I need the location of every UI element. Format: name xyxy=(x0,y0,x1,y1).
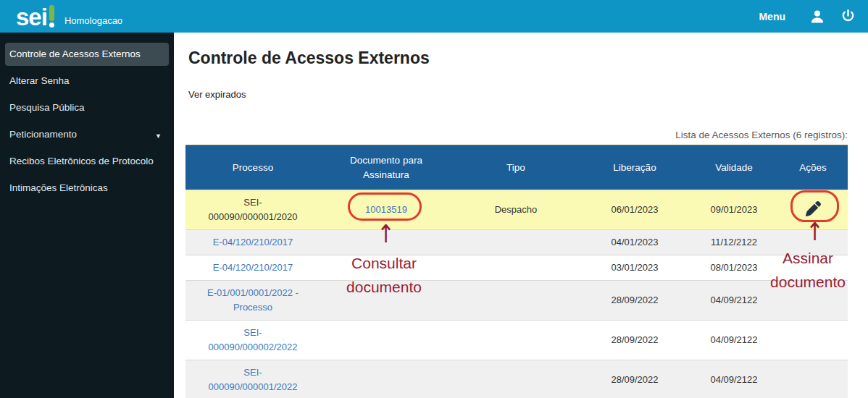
liberacao-cell: 06/01/2023 xyxy=(580,190,690,230)
sidebar-item-5[interactable]: Intimações Eletrônicas xyxy=(5,177,169,200)
acessos-externos-table: ProcessoDocumento para AssinaturaTipoLib… xyxy=(185,145,848,398)
processo-cell: SEI-000090/000001/2020 xyxy=(185,190,320,230)
liberacao-cell: 28/09/2022 xyxy=(580,321,690,360)
tipo-cell xyxy=(452,360,580,398)
column-header-2: Tipo xyxy=(452,145,580,190)
environment-label: Homologacao xyxy=(64,15,122,26)
page-title: Controle de Acessos Externos xyxy=(188,48,868,68)
column-header-1: Documento para Assinatura xyxy=(320,145,452,190)
table-row: E-01/001/0001/2022 - Processo28/09/20220… xyxy=(185,281,848,321)
column-header-4: Validade xyxy=(690,145,778,190)
column-header-3: Liberação xyxy=(580,145,690,190)
processo-cell: E-04/120/210/2017 xyxy=(185,255,320,281)
table-row: SEI-000090/000001/202228/09/202204/09/21… xyxy=(185,360,848,398)
table-header-row: ProcessoDocumento para AssinaturaTipoLib… xyxy=(185,145,848,190)
processo-cell: SEI-000090/000001/2022 xyxy=(185,360,320,398)
processo-cell: SEI-000090/000002/2022 xyxy=(185,321,320,360)
tipo-cell xyxy=(452,255,580,281)
documento-cell xyxy=(320,281,452,321)
sidebar-item-2[interactable]: Pesquisa Pública xyxy=(5,96,169,119)
documento-cell xyxy=(320,360,452,398)
sidebar-item-4[interactable]: Recibos Eletrônicos de Protocolo xyxy=(5,150,169,173)
processo-link[interactable]: SEI-000090/000001/2022 xyxy=(209,367,298,392)
user-icon[interactable] xyxy=(809,8,826,25)
acoes-cell xyxy=(778,281,848,321)
acoes-cell xyxy=(778,230,848,255)
power-icon[interactable] xyxy=(839,8,856,25)
acoes-cell xyxy=(778,255,848,281)
validade-cell: 11/12/2122 xyxy=(690,230,778,255)
validade-cell: 04/09/2122 xyxy=(690,281,778,321)
column-header-0: Processo xyxy=(185,145,320,190)
ver-expirados-link[interactable]: Ver expirados xyxy=(188,89,246,100)
processo-cell: E-04/120/210/2017 xyxy=(185,230,320,255)
main-content: Controle de Acessos Externos Ver expirad… xyxy=(174,33,868,398)
processo-link[interactable]: E-04/120/210/2017 xyxy=(213,237,293,247)
documento-cell xyxy=(320,321,452,360)
sidebar-item-1[interactable]: Alterar Senha xyxy=(5,69,169,93)
liberacao-cell: 28/09/2022 xyxy=(580,360,690,398)
validade-cell: 08/01/2023 xyxy=(690,255,778,281)
top-header-bar: sei Homologacao Menu xyxy=(0,0,868,33)
liberacao-cell: 28/09/2022 xyxy=(580,281,690,321)
table-row: SEI-000090/000002/202228/09/202204/09/21… xyxy=(185,321,848,360)
processo-link[interactable]: SEI-000090/000002/2022 xyxy=(209,327,298,352)
sidebar-menu: Controle de Acessos ExternosAlterar Senh… xyxy=(0,33,174,398)
validade-cell: 04/09/2122 xyxy=(690,321,778,360)
sei-logo-text: sei xyxy=(16,7,47,28)
documento-cell xyxy=(320,230,452,255)
table-row: SEI-000090/000001/202010013519Despacho06… xyxy=(185,190,848,230)
tipo-cell: Despacho xyxy=(452,190,580,230)
menu-button[interactable]: Menu xyxy=(759,11,785,22)
acoes-cell xyxy=(778,190,848,230)
liberacao-cell: 04/01/2023 xyxy=(580,230,690,255)
sign-pen-icon[interactable] xyxy=(804,200,822,218)
validade-cell: 04/09/2122 xyxy=(690,360,778,398)
processo-link[interactable]: E-01/001/0001/2022 - Processo xyxy=(207,287,299,313)
processo-cell: E-01/001/0001/2022 - Processo xyxy=(185,281,320,321)
table-row: E-04/120/210/201703/01/202308/01/2023 xyxy=(185,255,848,281)
processo-link[interactable]: E-04/120/210/2017 xyxy=(213,262,293,273)
sei-logo-exclamation-icon xyxy=(49,5,54,27)
tipo-cell xyxy=(452,281,580,321)
list-caption: Lista de Acessos Externos (6 registros): xyxy=(185,130,848,140)
column-header-5: Ações xyxy=(778,145,848,190)
tipo-cell xyxy=(452,230,580,255)
liberacao-cell: 03/01/2023 xyxy=(580,255,690,281)
sidebar-item-3[interactable]: Peticionamento▼ xyxy=(5,123,169,146)
sei-logo: sei Homologacao xyxy=(16,5,122,28)
documento-cell: 10013519 xyxy=(320,190,452,230)
acoes-cell xyxy=(778,360,848,398)
sidebar-item-0[interactable]: Controle de Acessos Externos xyxy=(5,43,169,66)
tipo-cell xyxy=(452,321,580,360)
table-row: E-04/120/210/201704/01/202311/12/2122 xyxy=(185,230,848,255)
acoes-cell xyxy=(778,321,848,360)
chevron-down-icon: ▼ xyxy=(155,130,162,142)
validade-cell: 09/01/2023 xyxy=(690,190,778,230)
documento-cell xyxy=(320,255,452,281)
documento-link[interactable]: 10013519 xyxy=(365,204,407,215)
